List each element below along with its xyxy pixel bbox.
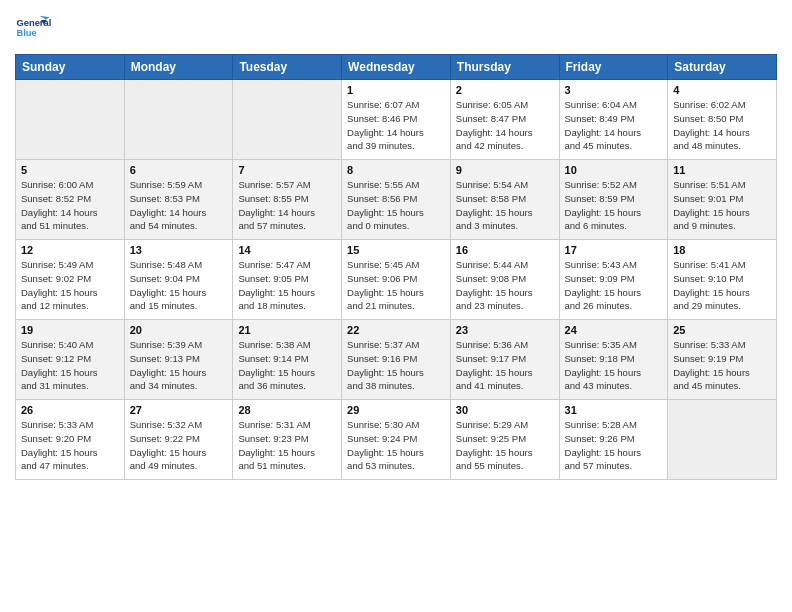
header: General Blue xyxy=(15,10,777,46)
day-info: Sunrise: 5:45 AM Sunset: 9:06 PM Dayligh… xyxy=(347,258,445,313)
day-info: Sunrise: 5:29 AM Sunset: 9:25 PM Dayligh… xyxy=(456,418,554,473)
day-info: Sunrise: 5:36 AM Sunset: 9:17 PM Dayligh… xyxy=(456,338,554,393)
day-number: 9 xyxy=(456,164,554,176)
table-row: 4Sunrise: 6:02 AM Sunset: 8:50 PM Daylig… xyxy=(668,80,777,160)
day-number: 18 xyxy=(673,244,771,256)
table-row: 21Sunrise: 5:38 AM Sunset: 9:14 PM Dayli… xyxy=(233,320,342,400)
day-number: 1 xyxy=(347,84,445,96)
day-info: Sunrise: 5:48 AM Sunset: 9:04 PM Dayligh… xyxy=(130,258,228,313)
table-row: 28Sunrise: 5:31 AM Sunset: 9:23 PM Dayli… xyxy=(233,400,342,480)
day-number: 22 xyxy=(347,324,445,336)
table-row: 16Sunrise: 5:44 AM Sunset: 9:08 PM Dayli… xyxy=(450,240,559,320)
day-info: Sunrise: 6:05 AM Sunset: 8:47 PM Dayligh… xyxy=(456,98,554,153)
table-row: 11Sunrise: 5:51 AM Sunset: 9:01 PM Dayli… xyxy=(668,160,777,240)
day-number: 2 xyxy=(456,84,554,96)
col-saturday: Saturday xyxy=(668,55,777,80)
day-info: Sunrise: 5:47 AM Sunset: 9:05 PM Dayligh… xyxy=(238,258,336,313)
table-row: 17Sunrise: 5:43 AM Sunset: 9:09 PM Dayli… xyxy=(559,240,668,320)
day-number: 8 xyxy=(347,164,445,176)
day-info: Sunrise: 6:07 AM Sunset: 8:46 PM Dayligh… xyxy=(347,98,445,153)
day-number: 30 xyxy=(456,404,554,416)
table-row: 5Sunrise: 6:00 AM Sunset: 8:52 PM Daylig… xyxy=(16,160,125,240)
day-info: Sunrise: 5:51 AM Sunset: 9:01 PM Dayligh… xyxy=(673,178,771,233)
day-info: Sunrise: 5:43 AM Sunset: 9:09 PM Dayligh… xyxy=(565,258,663,313)
day-number: 29 xyxy=(347,404,445,416)
day-number: 21 xyxy=(238,324,336,336)
calendar-week-row: 1Sunrise: 6:07 AM Sunset: 8:46 PM Daylig… xyxy=(16,80,777,160)
day-info: Sunrise: 5:33 AM Sunset: 9:19 PM Dayligh… xyxy=(673,338,771,393)
day-number: 14 xyxy=(238,244,336,256)
day-number: 11 xyxy=(673,164,771,176)
table-row: 24Sunrise: 5:35 AM Sunset: 9:18 PM Dayli… xyxy=(559,320,668,400)
day-number: 16 xyxy=(456,244,554,256)
table-row: 19Sunrise: 5:40 AM Sunset: 9:12 PM Dayli… xyxy=(16,320,125,400)
day-info: Sunrise: 5:41 AM Sunset: 9:10 PM Dayligh… xyxy=(673,258,771,313)
table-row xyxy=(16,80,125,160)
day-info: Sunrise: 5:55 AM Sunset: 8:56 PM Dayligh… xyxy=(347,178,445,233)
day-info: Sunrise: 6:02 AM Sunset: 8:50 PM Dayligh… xyxy=(673,98,771,153)
table-row: 29Sunrise: 5:30 AM Sunset: 9:24 PM Dayli… xyxy=(342,400,451,480)
day-number: 19 xyxy=(21,324,119,336)
table-row: 25Sunrise: 5:33 AM Sunset: 9:19 PM Dayli… xyxy=(668,320,777,400)
day-info: Sunrise: 5:57 AM Sunset: 8:55 PM Dayligh… xyxy=(238,178,336,233)
day-info: Sunrise: 5:28 AM Sunset: 9:26 PM Dayligh… xyxy=(565,418,663,473)
day-number: 3 xyxy=(565,84,663,96)
day-info: Sunrise: 6:00 AM Sunset: 8:52 PM Dayligh… xyxy=(21,178,119,233)
calendar-header-row: Sunday Monday Tuesday Wednesday Thursday… xyxy=(16,55,777,80)
table-row: 26Sunrise: 5:33 AM Sunset: 9:20 PM Dayli… xyxy=(16,400,125,480)
day-info: Sunrise: 5:40 AM Sunset: 9:12 PM Dayligh… xyxy=(21,338,119,393)
day-number: 27 xyxy=(130,404,228,416)
table-row: 15Sunrise: 5:45 AM Sunset: 9:06 PM Dayli… xyxy=(342,240,451,320)
table-row: 23Sunrise: 5:36 AM Sunset: 9:17 PM Dayli… xyxy=(450,320,559,400)
day-number: 12 xyxy=(21,244,119,256)
day-info: Sunrise: 5:32 AM Sunset: 9:22 PM Dayligh… xyxy=(130,418,228,473)
svg-text:Blue: Blue xyxy=(16,28,36,38)
col-thursday: Thursday xyxy=(450,55,559,80)
calendar-week-row: 19Sunrise: 5:40 AM Sunset: 9:12 PM Dayli… xyxy=(16,320,777,400)
table-row: 8Sunrise: 5:55 AM Sunset: 8:56 PM Daylig… xyxy=(342,160,451,240)
day-info: Sunrise: 5:59 AM Sunset: 8:53 PM Dayligh… xyxy=(130,178,228,233)
table-row: 7Sunrise: 5:57 AM Sunset: 8:55 PM Daylig… xyxy=(233,160,342,240)
day-number: 17 xyxy=(565,244,663,256)
table-row: 18Sunrise: 5:41 AM Sunset: 9:10 PM Dayli… xyxy=(668,240,777,320)
day-info: Sunrise: 5:31 AM Sunset: 9:23 PM Dayligh… xyxy=(238,418,336,473)
day-info: Sunrise: 5:44 AM Sunset: 9:08 PM Dayligh… xyxy=(456,258,554,313)
day-number: 5 xyxy=(21,164,119,176)
logo: General Blue xyxy=(15,10,51,46)
logo-icon: General Blue xyxy=(15,10,51,46)
day-info: Sunrise: 5:39 AM Sunset: 9:13 PM Dayligh… xyxy=(130,338,228,393)
col-wednesday: Wednesday xyxy=(342,55,451,80)
table-row: 20Sunrise: 5:39 AM Sunset: 9:13 PM Dayli… xyxy=(124,320,233,400)
table-row: 30Sunrise: 5:29 AM Sunset: 9:25 PM Dayli… xyxy=(450,400,559,480)
table-row: 1Sunrise: 6:07 AM Sunset: 8:46 PM Daylig… xyxy=(342,80,451,160)
col-monday: Monday xyxy=(124,55,233,80)
col-sunday: Sunday xyxy=(16,55,125,80)
day-info: Sunrise: 5:37 AM Sunset: 9:16 PM Dayligh… xyxy=(347,338,445,393)
table-row: 31Sunrise: 5:28 AM Sunset: 9:26 PM Dayli… xyxy=(559,400,668,480)
day-info: Sunrise: 5:30 AM Sunset: 9:24 PM Dayligh… xyxy=(347,418,445,473)
page: General Blue Sunday Monday Tuesday Wedne… xyxy=(0,0,792,612)
calendar-week-row: 5Sunrise: 6:00 AM Sunset: 8:52 PM Daylig… xyxy=(16,160,777,240)
day-info: Sunrise: 5:33 AM Sunset: 9:20 PM Dayligh… xyxy=(21,418,119,473)
day-number: 4 xyxy=(673,84,771,96)
day-info: Sunrise: 5:38 AM Sunset: 9:14 PM Dayligh… xyxy=(238,338,336,393)
table-row: 13Sunrise: 5:48 AM Sunset: 9:04 PM Dayli… xyxy=(124,240,233,320)
table-row: 9Sunrise: 5:54 AM Sunset: 8:58 PM Daylig… xyxy=(450,160,559,240)
day-number: 26 xyxy=(21,404,119,416)
table-row: 10Sunrise: 5:52 AM Sunset: 8:59 PM Dayli… xyxy=(559,160,668,240)
calendar-week-row: 26Sunrise: 5:33 AM Sunset: 9:20 PM Dayli… xyxy=(16,400,777,480)
table-row: 2Sunrise: 6:05 AM Sunset: 8:47 PM Daylig… xyxy=(450,80,559,160)
table-row: 6Sunrise: 5:59 AM Sunset: 8:53 PM Daylig… xyxy=(124,160,233,240)
table-row: 12Sunrise: 5:49 AM Sunset: 9:02 PM Dayli… xyxy=(16,240,125,320)
col-friday: Friday xyxy=(559,55,668,80)
table-row: 14Sunrise: 5:47 AM Sunset: 9:05 PM Dayli… xyxy=(233,240,342,320)
day-number: 20 xyxy=(130,324,228,336)
day-number: 25 xyxy=(673,324,771,336)
day-info: Sunrise: 6:04 AM Sunset: 8:49 PM Dayligh… xyxy=(565,98,663,153)
calendar-table: Sunday Monday Tuesday Wednesday Thursday… xyxy=(15,54,777,480)
day-info: Sunrise: 5:54 AM Sunset: 8:58 PM Dayligh… xyxy=(456,178,554,233)
day-info: Sunrise: 5:35 AM Sunset: 9:18 PM Dayligh… xyxy=(565,338,663,393)
col-tuesday: Tuesday xyxy=(233,55,342,80)
day-number: 24 xyxy=(565,324,663,336)
day-number: 7 xyxy=(238,164,336,176)
